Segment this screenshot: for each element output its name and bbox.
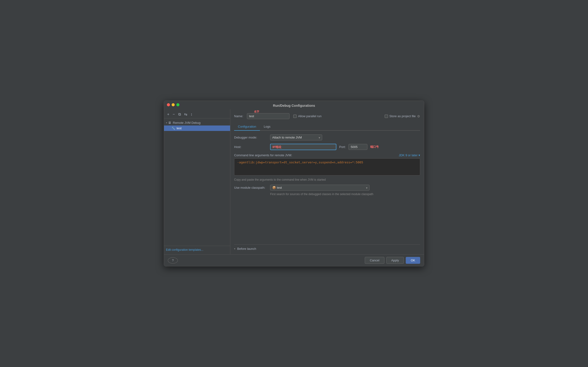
store-project-checkbox[interactable]: [385, 115, 388, 118]
debugger-mode-select-wrapper: Attach to remote JVM Listen to remote JV…: [270, 134, 322, 140]
gear-icon[interactable]: ⚙: [417, 114, 420, 118]
run-debug-dialog: Run/Debug Configurations + − ⧉ ⇆ ↕: [164, 101, 424, 266]
debugger-mode-select[interactable]: Attach to remote JVM Listen to remote JV…: [270, 134, 322, 140]
help-button[interactable]: ?: [168, 257, 178, 264]
allow-parallel-run: Allow parallel run: [293, 114, 322, 118]
add-config-button[interactable]: +: [166, 111, 170, 117]
cmd-args-label: Command line arguments for remote JVM:: [234, 153, 292, 157]
config-item-label: test: [177, 126, 182, 130]
copy-config-button[interactable]: ⧉: [177, 111, 182, 117]
name-annotation: 名字: [254, 110, 259, 113]
host-port-row: Host: Port: 端口号: [234, 144, 420, 150]
config-item-icon: 🔧: [172, 127, 175, 130]
sidebar-footer: Edit configuration templates...: [164, 246, 230, 253]
chevron-down-icon: ▾: [166, 121, 167, 124]
store-as-project: Store as project file ⚙: [385, 114, 420, 118]
tab-configuration[interactable]: Configuration: [234, 123, 260, 131]
module-classpath-row: Use module classpath: 📦 test: [234, 185, 420, 191]
move-config-button[interactable]: ⇆: [183, 111, 188, 117]
config-header: Name: 名字 Allow parallel run Store as pro…: [234, 113, 420, 119]
minimize-button[interactable]: [172, 103, 175, 106]
sidebar-tree: ▾ 🖥 Remote JVM Debug 🔧 test: [164, 118, 230, 246]
remove-config-button[interactable]: −: [171, 111, 176, 117]
cmd-args-header: Command line arguments for remote JVM: J…: [234, 153, 420, 157]
cmd-args-textarea[interactable]: -agentlib:jdwp=transport=dt_socket,serve…: [234, 158, 420, 175]
sort-icon: ↕: [190, 112, 192, 117]
config-group: ▾ 🖥 Remote JVM Debug 🔧 test: [164, 119, 230, 131]
tab-logs[interactable]: Logs: [260, 123, 274, 131]
module-select[interactable]: 📦 test: [270, 185, 370, 191]
before-launch-chevron-icon: ▾: [234, 247, 235, 250]
before-launch-section[interactable]: ▾ Before launch: [234, 244, 420, 250]
config-panel: Name: 名字 Allow parallel run Store as pro…: [230, 109, 424, 254]
host-input[interactable]: [270, 144, 336, 150]
port-label: Port:: [339, 145, 346, 149]
maximize-button[interactable]: [176, 103, 179, 106]
group-label: Remote JVM Debug: [173, 121, 200, 125]
before-launch-label: Before launch: [237, 247, 256, 250]
sidebar: + − ⧉ ⇆ ↕ ▾ 🖥 Remote JVM Debug: [164, 109, 230, 254]
chevron-down-icon: ▾: [419, 153, 420, 157]
apply-button[interactable]: Apply: [386, 257, 404, 264]
edit-templates-link[interactable]: Edit configuration templates...: [166, 248, 203, 251]
cmd-args-section: Command line arguments for remote JVM: J…: [234, 153, 420, 181]
traffic-lights: [167, 103, 179, 106]
form-section: Debugger mode: Attach to remote JVM List…: [234, 134, 420, 244]
copy-icon: ⧉: [178, 112, 181, 117]
tabs-row: Configuration Logs: [234, 123, 420, 131]
close-button[interactable]: [167, 103, 170, 106]
move-icon: ⇆: [184, 112, 187, 117]
parallel-run-label: Allow parallel run: [298, 114, 322, 118]
title-bar: Run/Debug Configurations: [164, 101, 424, 109]
config-name-input[interactable]: [247, 113, 290, 119]
debugger-mode-label: Debugger mode:: [234, 136, 267, 139]
ok-button[interactable]: OK: [406, 257, 420, 264]
dialog-title: Run/Debug Configurations: [273, 104, 315, 108]
sort-config-button[interactable]: ↕: [189, 111, 194, 117]
debugger-mode-row: Debugger mode: Attach to remote JVM List…: [234, 134, 420, 140]
name-label: Name:: [234, 114, 243, 118]
dialog-footer: ? Cancel Apply OK: [164, 254, 424, 266]
cancel-button[interactable]: Cancel: [365, 257, 384, 264]
name-input-wrapper: 名字: [247, 113, 290, 119]
jdk-select[interactable]: JDK 9 or later ▾: [399, 153, 420, 157]
store-project-label: Store as project file: [389, 114, 416, 118]
group-header[interactable]: ▾ 🖥 Remote JVM Debug: [164, 120, 230, 125]
group-icon: 🖥: [168, 121, 171, 125]
port-input[interactable]: [348, 144, 367, 150]
parallel-run-checkbox[interactable]: [293, 115, 297, 118]
module-hint: First search for sources of the debugged…: [270, 192, 420, 196]
sidebar-item-test[interactable]: 🔧 test: [164, 125, 230, 131]
sidebar-toolbar: + − ⧉ ⇆ ↕: [164, 110, 230, 118]
module-select-wrapper: 📦 test: [270, 185, 370, 191]
host-label: Host:: [234, 145, 267, 149]
module-classpath-label: Use module classpath:: [234, 186, 267, 189]
cmd-hint: Copy and paste the arguments to the comm…: [234, 178, 420, 181]
main-content: + − ⧉ ⇆ ↕ ▾ 🖥 Remote JVM Debug: [164, 109, 424, 254]
port-annotation: 端口号: [370, 145, 379, 149]
